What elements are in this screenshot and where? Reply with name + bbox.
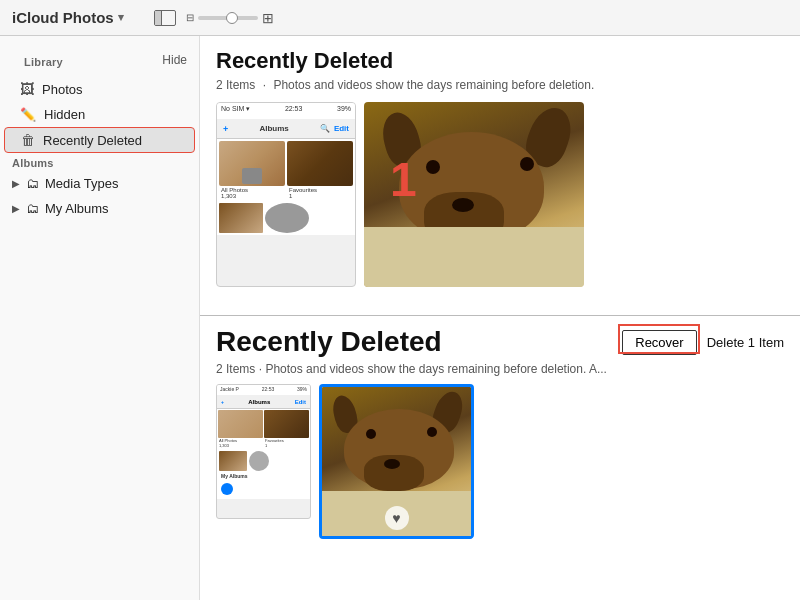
phone-favorites-label: Favourites 1 — [287, 187, 353, 199]
my-albums-icon: 🗂 — [26, 201, 39, 216]
sidebar-item-hidden[interactable]: ✏️ Hidden — [0, 102, 199, 127]
phone-thumbnail: No SIM ▾ 22:53 39% + Albums 🔍 Edit — [216, 102, 356, 287]
top-bar: iCloud Photos ▾ ⊟ ⊞ — [0, 0, 800, 36]
zoom-control: ⊟ ⊞ — [186, 10, 274, 26]
small-phone-thumbnail: Jackie P 22:53 39% + Albums Edit All Pho… — [216, 384, 311, 519]
sp-row-thumb-1 — [219, 451, 247, 471]
bottom-title: Recently Deleted — [216, 326, 442, 358]
sp-label-1: All Photos1,303 — [218, 438, 263, 448]
library-section-label: Library — [12, 48, 75, 72]
main-layout: Library Hide 🖼 Photos ✏️ Hidden 🗑 Recent… — [0, 36, 800, 600]
items-row: Jackie P 22:53 39% + Albums Edit All Pho… — [216, 384, 784, 539]
arrow-icon-2: ▶ — [12, 203, 20, 214]
phone-status-left: No SIM ▾ — [221, 105, 250, 117]
phone-search-icon: 🔍 — [320, 124, 330, 133]
photos-icon: 🖼 — [20, 81, 34, 97]
sp-label-2: Favourites1 — [264, 438, 309, 448]
selected-photo[interactable]: ♥ — [319, 384, 474, 539]
heart-icon: ♥ — [392, 510, 400, 526]
top-panel-count: 2 Items — [216, 78, 255, 92]
top-panel-subtitle: 2 Items · Photos and videos show the day… — [216, 78, 784, 92]
hidden-icon: ✏️ — [20, 107, 36, 122]
zoom-in-icon[interactable]: ⊞ — [262, 10, 274, 26]
bottom-panel: Recently Deleted Recover Delete 1 Item 2… — [200, 316, 800, 600]
sidebar-toggle-button[interactable] — [154, 10, 176, 26]
content-area: Recently Deleted 2 Items · Photos and vi… — [200, 36, 800, 600]
sidebar-label-recently-deleted: Recently Deleted — [43, 133, 142, 148]
top-panel-desc: Photos and videos show the days remainin… — [273, 78, 594, 92]
app-title: iCloud Photos ▾ — [12, 9, 124, 26]
phone-status-time: 22:53 — [285, 105, 303, 117]
sidebar-group-my-albums[interactable]: ▶ 🗂 My Albums — [0, 196, 199, 221]
app-title-text: iCloud Photos — [12, 9, 114, 26]
app-title-chevron[interactable]: ▾ — [118, 11, 124, 24]
media-types-icon: 🗂 — [26, 176, 39, 191]
bottom-desc: Photos and videos show the days remainin… — [265, 362, 607, 376]
phone-edit-btn: Edit — [334, 124, 349, 133]
selected-photo-inner: ♥ — [322, 387, 471, 536]
sidebar: Library Hide 🖼 Photos ✏️ Hidden 🗑 Recent… — [0, 36, 200, 600]
sidebar-item-recently-deleted[interactable]: 🗑 Recently Deleted — [4, 127, 195, 153]
phone-all-photos-thumb — [219, 141, 285, 186]
top-panel-title: Recently Deleted — [216, 48, 784, 74]
all-photos-count: 1,303 — [221, 193, 236, 199]
sidebar-label-my-albums: My Albums — [45, 201, 109, 216]
sidebar-group-media-types[interactable]: ▶ 🗂 Media Types — [0, 171, 199, 196]
heart-badge: ♥ — [385, 506, 409, 530]
sp-favorites — [264, 410, 309, 438]
top-bar-controls: ⊟ ⊞ — [154, 10, 274, 26]
sp-blue-dot — [221, 483, 233, 495]
top-panel: Recently Deleted 2 Items · Photos and vi… — [200, 36, 800, 316]
favorites-count: 1 — [289, 193, 292, 199]
thumbnail-row: No SIM ▾ 22:53 39% + Albums 🔍 Edit — [216, 102, 784, 287]
sp-all-photos — [218, 410, 263, 438]
trash-icon: 🗑 — [21, 132, 35, 148]
sidebar-label-media-types: Media Types — [45, 176, 118, 191]
arrow-icon: ▶ — [12, 178, 20, 189]
bottom-header: Recently Deleted Recover Delete 1 Item — [216, 326, 784, 358]
sidebar-item-photos[interactable]: 🖼 Photos — [0, 76, 199, 102]
phone-favorites-thumb — [287, 141, 353, 186]
sp-my-albums-label: My Albums — [219, 471, 308, 481]
delete-item-button[interactable]: Delete 1 Item — [707, 335, 784, 350]
phone-status-right: 39% — [337, 105, 351, 117]
zoom-slider[interactable] — [198, 16, 258, 20]
sidebar-label-photos: Photos — [42, 82, 82, 97]
sp-circle-1 — [249, 451, 269, 471]
sidebar-label-hidden: Hidden — [44, 107, 85, 122]
phone-nav-title: Albums — [259, 124, 288, 133]
phone-all-photos-label: All Photos 1,303 — [219, 187, 285, 199]
recover-button[interactable]: Recover — [622, 330, 696, 355]
bottom-count: 2 Items — [216, 362, 255, 376]
zoom-out-icon[interactable]: ⊟ — [186, 12, 194, 23]
zoom-thumb[interactable] — [226, 12, 238, 24]
bottom-actions: Recover Delete 1 Item — [622, 330, 784, 355]
favorites-text: Favourites — [289, 187, 317, 193]
hide-button[interactable]: Hide — [162, 53, 187, 67]
bottom-subtitle: 2 Items · Photos and videos show the day… — [216, 362, 784, 376]
dog-main-photo — [364, 102, 584, 287]
phone-back-btn: + — [223, 124, 228, 134]
